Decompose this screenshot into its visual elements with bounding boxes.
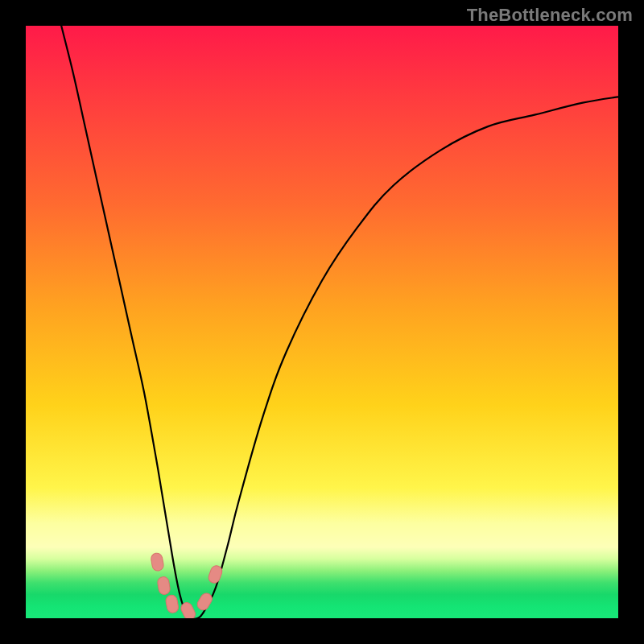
watermark-text: TheBottleneck.com [467, 5, 633, 26]
bottleneck-curve [61, 26, 618, 618]
curve-marker [157, 576, 171, 595]
chart-frame: TheBottleneck.com [0, 0, 644, 644]
plot-area [26, 26, 618, 618]
curve-marker [196, 591, 214, 612]
curve-marker [165, 594, 180, 613]
curve-markers [151, 552, 224, 618]
curve-layer [26, 26, 618, 618]
curve-marker [151, 552, 165, 572]
